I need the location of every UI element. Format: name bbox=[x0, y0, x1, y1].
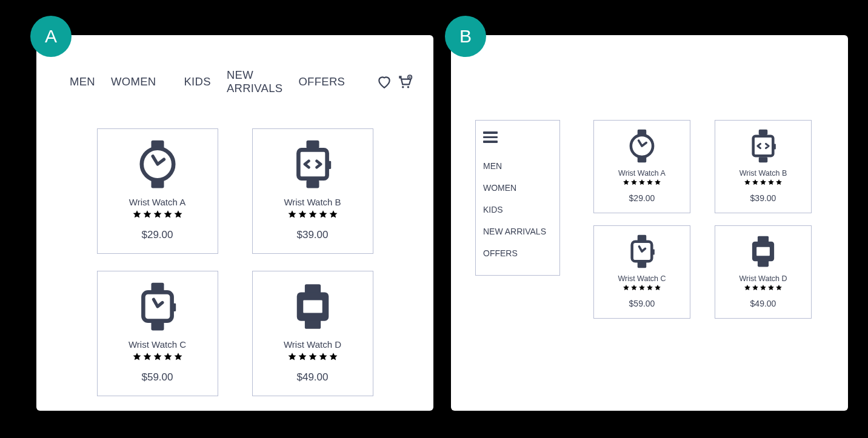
side-men[interactable]: MEN bbox=[483, 155, 502, 177]
product-price: $39.00 bbox=[750, 193, 776, 203]
rating-stars bbox=[132, 352, 183, 362]
product-name: Wrist Watch C bbox=[129, 339, 186, 350]
side-new-arrivals[interactable]: NEW ARRIVALS bbox=[483, 221, 546, 242]
product-price: $29.00 bbox=[629, 193, 655, 203]
product-name: Wrist Watch C bbox=[618, 274, 666, 283]
rating-stars bbox=[623, 179, 661, 186]
watch-block-icon bbox=[286, 280, 339, 333]
watch-square-icon bbox=[131, 280, 184, 333]
product-card[interactable]: Wrist Watch B $39.00 bbox=[715, 120, 812, 213]
product-name: Wrist Watch A bbox=[618, 169, 666, 178]
product-price: $59.00 bbox=[629, 299, 655, 308]
product-card[interactable]: Wrist Watch C $59.00 bbox=[593, 225, 690, 319]
product-card[interactable]: Wrist Watch D $49.00 bbox=[715, 225, 812, 319]
product-price: $49.00 bbox=[297, 371, 329, 383]
layout-b-panel: B MEN WOMEN KIDS NEW ARRIVALS OFFERS Wri… bbox=[451, 35, 848, 411]
nav-offers[interactable]: OFFERS bbox=[298, 75, 345, 88]
rating-stars bbox=[132, 210, 183, 219]
rating-stars bbox=[287, 210, 338, 219]
sidebar-nav: MEN WOMEN KIDS NEW ARRIVALS OFFERS bbox=[475, 120, 560, 276]
watch-round-icon bbox=[624, 128, 660, 164]
product-price: $49.00 bbox=[750, 299, 776, 308]
side-women[interactable]: WOMEN bbox=[483, 177, 516, 199]
nav-kids[interactable]: KIDS bbox=[184, 75, 210, 88]
product-name: Wrist Watch D bbox=[739, 274, 787, 283]
side-offers[interactable]: OFFERS bbox=[483, 242, 518, 264]
product-name: Wrist Watch B bbox=[284, 197, 341, 207]
product-card[interactable]: Wrist Watch A $29.00 bbox=[593, 120, 690, 213]
rating-stars bbox=[623, 284, 661, 291]
watch-code-icon bbox=[745, 128, 781, 164]
top-nav: MEN WOMEN KIDS NEW ARRIVALS OFFERS bbox=[36, 35, 433, 95]
product-price: $39.00 bbox=[297, 229, 329, 241]
product-name: Wrist Watch A bbox=[129, 197, 185, 207]
product-price: $29.00 bbox=[142, 229, 173, 241]
nav-new-arrivals[interactable]: NEW ARRIVALS bbox=[227, 68, 283, 95]
nav-men[interactable]: MEN bbox=[70, 75, 95, 88]
rating-stars bbox=[744, 284, 783, 291]
heart-icon[interactable] bbox=[376, 74, 392, 90]
product-card[interactable]: Wrist Watch B $39.00 bbox=[252, 128, 373, 254]
watch-round-icon bbox=[131, 138, 184, 191]
product-card[interactable]: Wrist Watch A $29.00 bbox=[97, 128, 218, 254]
watch-block-icon bbox=[745, 233, 781, 270]
product-grid-a: Wrist Watch A $29.00 Wrist Watch B $39.0… bbox=[36, 95, 433, 420]
rating-stars bbox=[744, 179, 783, 186]
panel-b-badge: B bbox=[445, 16, 486, 57]
hamburger-icon[interactable] bbox=[483, 131, 498, 143]
product-card[interactable]: Wrist Watch C $59.00 bbox=[97, 271, 218, 396]
nav-women[interactable]: WOMEN bbox=[111, 75, 156, 88]
product-name: Wrist Watch D bbox=[284, 339, 341, 350]
product-card[interactable]: Wrist Watch D $49.00 bbox=[252, 271, 373, 396]
product-name: Wrist Watch B bbox=[739, 169, 787, 178]
layout-a-panel: A MEN WOMEN KIDS NEW ARRIVALS OFFERS Wri… bbox=[36, 35, 433, 411]
watch-code-icon bbox=[286, 138, 339, 191]
cart-icon[interactable] bbox=[397, 74, 413, 90]
rating-stars bbox=[287, 352, 338, 362]
product-price: $59.00 bbox=[142, 371, 173, 383]
watch-square-icon bbox=[624, 233, 660, 270]
panel-a-badge: A bbox=[30, 16, 72, 57]
side-kids[interactable]: KIDS bbox=[483, 199, 503, 221]
product-grid-b: Wrist Watch A $29.00 Wrist Watch B $39.0… bbox=[593, 120, 812, 319]
